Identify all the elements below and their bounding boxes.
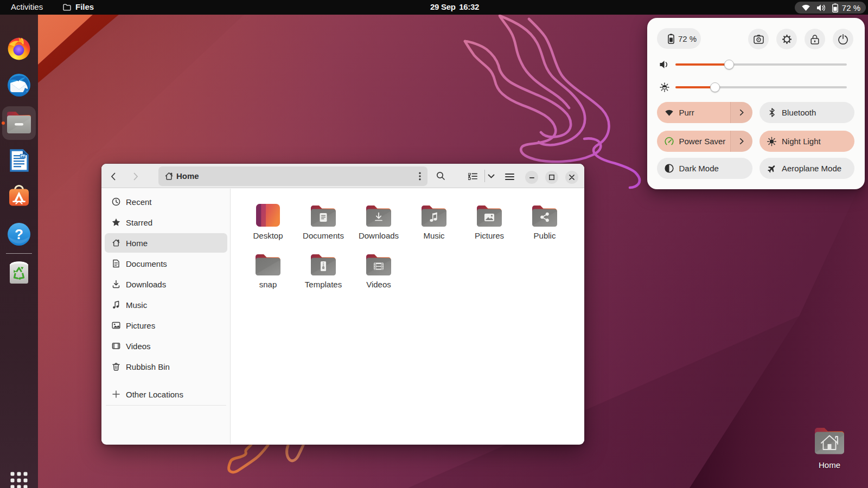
svg-text:?: ? — [15, 226, 23, 242]
